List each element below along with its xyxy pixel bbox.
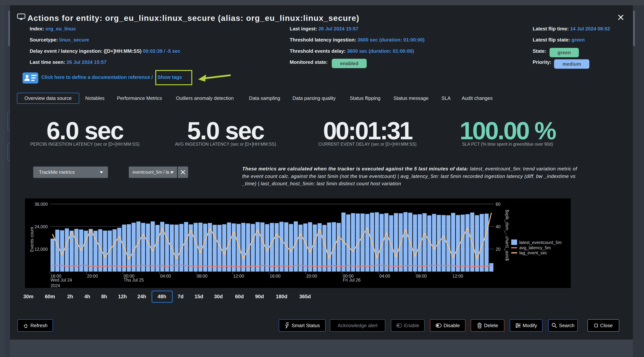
svg-text:lag_event_sec: lag_event_sec bbox=[519, 250, 547, 255]
svg-text:Fri Jul 26: Fri Jul 26 bbox=[343, 278, 361, 282]
svg-text:16:00: 16:00 bbox=[270, 274, 281, 278]
svg-text:Events count: Events count bbox=[30, 227, 34, 252]
svg-text:12:00: 12:00 bbox=[233, 274, 244, 278]
svg-text:$splk_dsm_...chart1_axis$: $splk_dsm_...chart1_axis$ bbox=[505, 210, 510, 261]
svg-text:08:00: 08:00 bbox=[196, 274, 208, 278]
svg-text:12:00: 12:00 bbox=[452, 274, 464, 278]
svg-text:24,000: 24,000 bbox=[34, 224, 48, 229]
svg-text:2024: 2024 bbox=[50, 283, 60, 288]
svg-text:20:00: 20:00 bbox=[87, 274, 98, 278]
svg-text:avg_latency_5m: avg_latency_5m bbox=[519, 245, 551, 250]
svg-text:60: 60 bbox=[496, 202, 500, 207]
svg-text:Thu Jul 25: Thu Jul 25 bbox=[124, 278, 144, 282]
svg-text:20:00: 20:00 bbox=[306, 274, 317, 278]
svg-text:20: 20 bbox=[496, 247, 500, 252]
svg-text:04:00: 04:00 bbox=[379, 274, 390, 278]
svg-text:08:00: 08:00 bbox=[416, 274, 427, 278]
svg-text:12,000: 12,000 bbox=[34, 247, 48, 252]
svg-text:40: 40 bbox=[496, 224, 500, 229]
svg-text:latest_eventcount_5m: latest_eventcount_5m bbox=[519, 240, 562, 245]
svg-text:Wed Jul 24: Wed Jul 24 bbox=[50, 278, 72, 282]
svg-text:04:00: 04:00 bbox=[160, 274, 171, 278]
svg-text:36,000: 36,000 bbox=[34, 202, 48, 207]
